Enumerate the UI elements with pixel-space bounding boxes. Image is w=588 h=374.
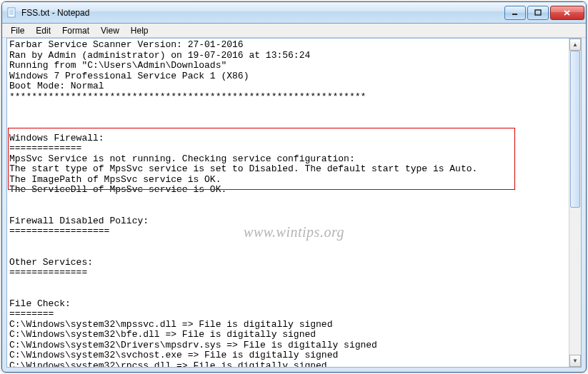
maximize-button[interactable]: [527, 6, 549, 20]
titlebar[interactable]: FSS.txt - Notepad: [2, 2, 586, 24]
menu-help[interactable]: Help: [125, 24, 154, 37]
menu-edit[interactable]: Edit: [30, 24, 56, 37]
menu-view[interactable]: View: [95, 24, 125, 37]
scroll-track[interactable]: [569, 51, 581, 355]
window-controls: [504, 6, 584, 20]
svg-rect-6: [535, 10, 541, 15]
content-area: Farbar Service Scanner Version: 27-01-20…: [6, 38, 582, 368]
menu-file[interactable]: File: [5, 24, 30, 37]
close-button[interactable]: [550, 6, 584, 20]
menu-format[interactable]: Format: [56, 24, 95, 37]
minimize-button[interactable]: [504, 6, 526, 20]
notepad-window: FSS.txt - Notepad File Edit Format View …: [1, 1, 587, 373]
notepad-icon: [6, 7, 18, 19]
vertical-scrollbar[interactable]: ▲ ▼: [569, 39, 581, 367]
scroll-thumb[interactable]: [570, 51, 580, 208]
scroll-down-button[interactable]: ▼: [569, 355, 581, 367]
window-title: FSS.txt - Notepad: [21, 8, 504, 18]
scroll-up-button[interactable]: ▲: [569, 39, 581, 51]
menubar: File Edit Format View Help: [2, 24, 586, 38]
text-editor[interactable]: Farbar Service Scanner Version: 27-01-20…: [7, 39, 569, 367]
